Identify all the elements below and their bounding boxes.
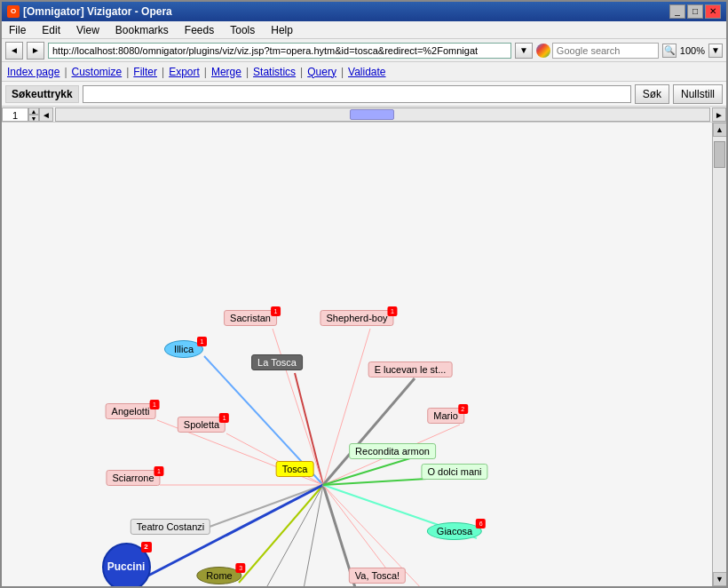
minimize-button[interactable]: _ [669, 4, 685, 19]
search-bar: Søkeuttrykk Søk Nullstill [2, 82, 726, 107]
window-title: [Omnigator] Vizigator - Opera [23, 5, 172, 18]
nav-filter[interactable]: Filter [133, 66, 157, 78]
node-recondita[interactable]: Recondita armon [349, 443, 436, 459]
page-number: 1 [2, 107, 28, 122]
nav-merge[interactable]: Merge [211, 66, 241, 78]
scroll-left-button[interactable]: ◄ [39, 107, 53, 122]
nav-sep-3: | [162, 66, 164, 78]
main-content: ToscaLa ToscaPuccini2Illica1Giacosa6Rome… [2, 123, 726, 586]
scroll-down-button[interactable]: ▼ [713, 572, 727, 586]
search-input[interactable] [552, 43, 659, 59]
svg-line-11 [295, 485, 323, 586]
svg-line-5 [226, 433, 323, 485]
search-label: Søkeuttrykk [5, 85, 79, 103]
nav-sep-1: | [64, 66, 67, 78]
svg-line-18 [323, 458, 410, 485]
nav-sep-6: | [300, 66, 303, 78]
address-bar: ◄ ► ▼ 🔍 100% ▼ [2, 39, 726, 62]
node-va-tosca[interactable]: Va, Tosca! [349, 568, 406, 584]
window: O [Omnigator] Vizigator - Opera _ □ ✕ Fi… [0, 0, 728, 588]
node-tosca[interactable]: Tosca [276, 461, 314, 477]
scroll-row: 1 ▲ ▼ ◄ ► [2, 107, 726, 123]
zoom-level: 100% [680, 45, 705, 56]
node-shepherd-boy[interactable]: Shepherd-boy1 [320, 310, 393, 326]
spin-up[interactable]: ▲ [28, 107, 39, 115]
scroll-thumb-vert[interactable] [714, 141, 725, 168]
node-giacosa[interactable]: Giacosa6 [427, 522, 482, 540]
sok-button[interactable]: Søk [635, 84, 669, 104]
node-mario[interactable]: Mario2 [427, 408, 464, 424]
menu-help[interactable]: Help [267, 23, 297, 37]
nav-validate[interactable]: Validate [348, 66, 385, 78]
horizontal-scrollbar[interactable] [55, 107, 710, 122]
back-button[interactable]: ◄ [5, 42, 23, 60]
scroll-right-button[interactable]: ► [712, 107, 726, 122]
close-button[interactable]: ✕ [705, 4, 721, 19]
menu-file[interactable]: File [5, 23, 29, 37]
address-input[interactable] [48, 43, 511, 59]
graph-lines [2, 123, 712, 586]
search-box-wrap [536, 43, 659, 59]
maximize-button[interactable]: □ [687, 4, 703, 19]
title-bar-controls: _ □ ✕ [669, 4, 721, 19]
node-la-tosca[interactable]: La Tosca [251, 354, 303, 370]
node-illica[interactable]: Illica1 [164, 340, 203, 358]
svg-line-3 [323, 329, 370, 485]
menu-bar: File Edit View Bookmarks Feeds Tools Hel… [2, 21, 726, 39]
menu-bookmarks[interactable]: Bookmarks [112, 23, 172, 37]
nullstill-button[interactable]: Nullstill [673, 84, 723, 104]
node-o-dolci[interactable]: O dolci mani [421, 464, 487, 480]
page-spinner: ▲ ▼ [28, 107, 39, 122]
node-angelotti[interactable]: Angelotti1 [106, 403, 156, 419]
zoom-button[interactable]: 🔍 [662, 44, 677, 58]
google-icon [536, 44, 550, 58]
svg-line-7 [193, 485, 323, 533]
nav-query[interactable]: Query [307, 66, 336, 78]
node-puccini[interactable]: Puccini2 [102, 543, 151, 587]
menu-edit[interactable]: Edit [38, 23, 64, 37]
nav-sep-5: | [246, 66, 249, 78]
nav-sep-4: | [204, 66, 207, 78]
title-bar-left: O [Omnigator] Vizigator - Opera [7, 5, 172, 18]
menu-view[interactable]: View [73, 23, 103, 37]
node-sciarrone[interactable]: Sciarrone1 [106, 470, 160, 486]
node-teatro-costanzi[interactable]: Teatro Costanzi [131, 519, 210, 535]
node-rome[interactable]: Rome3 [196, 567, 241, 584]
forward-button[interactable]: ► [27, 42, 44, 60]
search-field[interactable] [83, 85, 631, 103]
scroll-up-button[interactable]: ▲ [713, 123, 727, 137]
menu-tools[interactable]: Tools [226, 23, 258, 37]
nav-sep-7: | [341, 66, 344, 78]
app-icon: O [7, 5, 20, 18]
scroll-track[interactable] [713, 137, 727, 572]
node-spoletta[interactable]: Spoletta1 [178, 417, 226, 433]
nav-links: Index page | Customize | Filter | Export… [2, 62, 726, 82]
node-sacristan[interactable]: Sacristan1 [224, 310, 277, 326]
vertical-scrollbar: ▲ ▼ [712, 123, 726, 586]
svg-line-10 [240, 485, 323, 586]
menu-feeds[interactable]: Feeds [181, 23, 218, 37]
nav-statistics[interactable]: Statistics [253, 66, 296, 78]
go-button[interactable]: ▼ [515, 43, 533, 59]
nav-sep-2: | [126, 66, 129, 78]
svg-line-8 [239, 485, 323, 583]
scroll-thumb[interactable] [350, 109, 394, 120]
nav-index-page[interactable]: Index page [7, 66, 59, 78]
spin-down[interactable]: ▼ [28, 115, 39, 122]
node-e-lucevan[interactable]: E lucevan le st... [368, 362, 453, 377]
viz-area[interactable]: ToscaLa ToscaPuccini2Illica1Giacosa6Rome… [2, 123, 712, 586]
svg-line-17 [323, 378, 415, 485]
zoom-dropdown[interactable]: ▼ [708, 44, 723, 58]
nav-export[interactable]: Export [169, 66, 200, 78]
nav-customize[interactable]: Customize [72, 66, 123, 78]
title-bar: O [Omnigator] Vizigator - Opera _ □ ✕ [2, 2, 726, 21]
